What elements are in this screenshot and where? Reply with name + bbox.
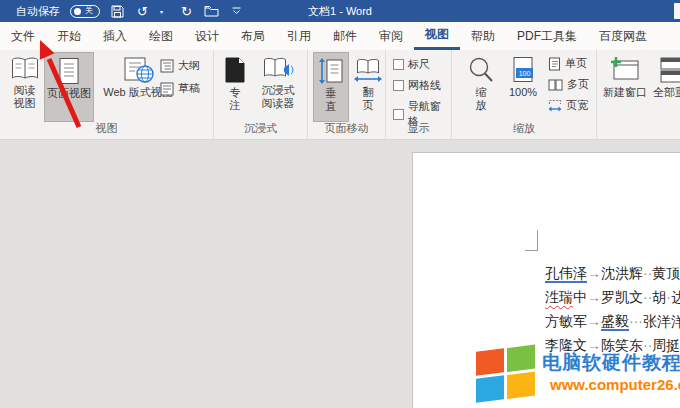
checkbox-icon: [393, 59, 404, 70]
name-text: 罗凯文: [601, 289, 643, 305]
tab-references[interactable]: 引用: [276, 22, 322, 50]
checkbox-icon: [393, 80, 404, 91]
outline-button[interactable]: 大纲: [160, 58, 200, 73]
group-zoom: 缩放 100 100% 单页 多页: [452, 50, 597, 139]
tab-view[interactable]: 视图: [414, 22, 460, 50]
space-marks: ··: [643, 289, 652, 305]
flag-pane-green: [507, 345, 535, 372]
one-page-label: 单页: [565, 56, 587, 71]
side-to-side-label: 翻页: [362, 86, 375, 112]
arrange-all-label: 全部重排: [653, 86, 680, 99]
vertical-button[interactable]: 垂直: [313, 52, 349, 122]
group-zoom-label: 缩放: [452, 121, 596, 136]
print-layout-label: 页面视图: [47, 87, 91, 100]
arrange-all-button[interactable]: 全部重排: [651, 52, 680, 122]
tab-review[interactable]: 审阅: [368, 22, 414, 50]
tab-home[interactable]: 开始: [46, 22, 92, 50]
svg-text:100: 100: [519, 70, 531, 77]
draft-button[interactable]: 草稿: [160, 81, 200, 96]
tab-baidu-netdisk[interactable]: 百度网盘: [588, 22, 658, 50]
focus-button[interactable]: 专注: [219, 52, 251, 122]
one-page-button[interactable]: 单页: [548, 56, 587, 71]
window-title: 文档1 - Word: [0, 4, 680, 19]
watermark-site-url: www.computer26.com: [550, 376, 680, 393]
draft-icon: [160, 82, 174, 96]
tab-help[interactable]: 帮助: [460, 22, 506, 50]
multiple-pages-icon: [548, 78, 563, 92]
name-misspelled: 泩瑞: [545, 289, 573, 305]
name-text: 方敏军: [545, 313, 587, 329]
multiple-pages-label: 多页: [567, 77, 589, 92]
name-text: 沈洪辉: [601, 265, 643, 281]
name-text: 张洋洋: [643, 313, 680, 329]
zoom-100-icon: 100: [510, 56, 536, 84]
group-show: 标尺 网格线 导航窗格 显示: [386, 50, 452, 139]
group-views-label: 视图: [0, 121, 213, 136]
zoom-button[interactable]: 缩放: [464, 52, 498, 122]
tab-layout[interactable]: 布局: [230, 22, 276, 50]
doc-line-3: 方敏军→盛毅···张洋洋: [545, 309, 680, 333]
page-width-icon: [548, 99, 562, 113]
margin-corner-mark: [525, 230, 538, 251]
group-immersive: 专注 沉浸式阅读器 沉浸式: [214, 50, 308, 139]
ruler-checkbox[interactable]: 标尺: [393, 57, 430, 72]
new-window-button[interactable]: 新建窗口: [601, 52, 649, 122]
page-width-button[interactable]: 页宽: [548, 98, 588, 113]
outline-icon: [160, 59, 174, 73]
name-text: 达: [671, 289, 680, 305]
group-show-label: 显示: [386, 121, 451, 136]
open-book-icon: [10, 56, 40, 82]
side-to-side-icon: [353, 56, 383, 84]
tab-file[interactable]: 文件: [0, 22, 46, 50]
space-marks: ··: [643, 265, 652, 281]
magnifier-icon: [467, 56, 495, 84]
focus-icon: [223, 56, 247, 84]
immersive-reader-button[interactable]: 沉浸式阅读器: [254, 52, 302, 122]
tab-mailings[interactable]: 邮件: [322, 22, 368, 50]
web-layout-icon: [121, 56, 155, 84]
group-window: 新建窗口 全部重排: [597, 50, 680, 139]
page-width-label: 页宽: [566, 98, 588, 113]
print-layout-button[interactable]: 页面视图: [44, 52, 94, 122]
doc-line-2: 泩瑞中→罗凯文··胡·达: [545, 285, 680, 309]
tab-design[interactable]: 设计: [184, 22, 230, 50]
tab-pdf-tools[interactable]: PDF工具集: [506, 22, 588, 50]
document-text[interactable]: 孔伟泽→沈洪辉··黄顶 泩瑞中→罗凯文··胡·达 方敏军→盛毅···张洋洋 李隆…: [545, 261, 680, 357]
immersive-reader-icon: [262, 56, 294, 82]
tab-draw[interactable]: 绘图: [138, 22, 184, 50]
name-text: 胡: [652, 289, 666, 305]
side-to-side-button[interactable]: 翻页: [352, 52, 384, 122]
group-page-movement-label: 页面移动: [308, 121, 385, 136]
multiple-pages-button[interactable]: 多页: [548, 77, 589, 92]
zoom-label: 缩放: [474, 86, 488, 112]
document-icon: [57, 57, 81, 85]
one-page-icon: [548, 57, 561, 71]
immersive-reader-label: 沉浸式阅读器: [257, 84, 299, 110]
ruler-label: 标尺: [408, 57, 430, 72]
tab-mark: →: [587, 265, 601, 281]
doc-line-1: 孔伟泽→沈洪辉··黄顶: [545, 261, 680, 285]
zoom-100-label: 100%: [509, 86, 537, 99]
vertical-scroll-icon: [318, 57, 344, 85]
title-bar: 自动保存 关 ↺ ▾ ↻ 文档1 - Word: [0, 0, 680, 22]
group-page-movement: 垂直 翻页 页面移动: [308, 50, 386, 139]
gridlines-checkbox[interactable]: 网格线: [393, 78, 441, 93]
gridlines-label: 网格线: [408, 78, 441, 93]
group-immersive-label: 沉浸式: [214, 121, 307, 136]
group-views: 阅读视图 页面视图 Web 版式视图 大纲: [0, 50, 214, 139]
arrange-all-icon: [659, 56, 680, 84]
tab-mark: →: [587, 289, 601, 305]
windows-flag-logo-icon: [476, 344, 538, 406]
name-text: 黄顶: [652, 265, 680, 281]
outline-label: 大纲: [178, 58, 200, 73]
name-text: 中: [573, 289, 587, 305]
draft-label: 草稿: [178, 81, 200, 96]
tab-insert[interactable]: 插入: [92, 22, 138, 50]
ribbon: 阅读视图 页面视图 Web 版式视图 大纲: [0, 50, 680, 140]
read-mode-button[interactable]: 阅读视图: [6, 52, 43, 122]
flag-pane-yellow: [507, 372, 535, 399]
word-window: { "titlebar": { "autosave_label": "自动保存"…: [0, 0, 680, 408]
read-mode-label: 阅读视图: [12, 84, 38, 110]
zoom-100-button[interactable]: 100 100%: [502, 52, 544, 122]
watermark: 电脑软硬件教程网 www.computer26.com: [476, 344, 680, 406]
